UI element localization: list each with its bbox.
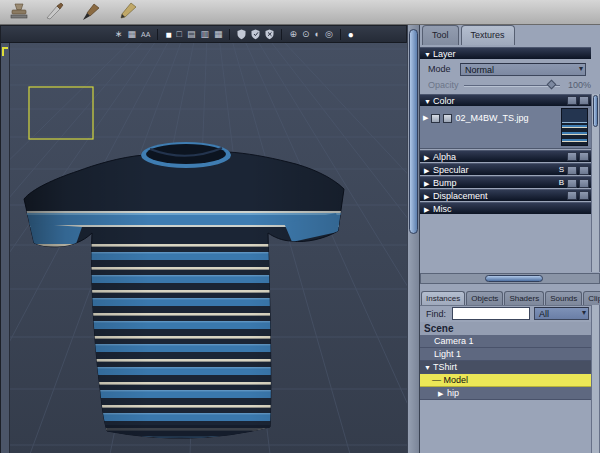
mode-label: Mode (428, 64, 451, 74)
chevron-down-icon: ▾ (579, 64, 583, 73)
viewport-vertical-scrollbar[interactable] (407, 25, 420, 453)
camera-item-label: Camera 1 (434, 336, 474, 346)
shield-check-icon[interactable] (251, 29, 260, 40)
viewport-3d[interactable]: ∗ ▦ AA ■ □ ▤ ▥ ▦ ⊕ ⊙ ◐ ◎ ● (0, 25, 407, 453)
display-grid-icon[interactable]: ▦ (214, 26, 223, 43)
channel-options-button[interactable] (579, 152, 589, 161)
brush-tool-button[interactable] (78, 2, 104, 22)
find-row: Find: All ▾ (420, 305, 591, 322)
model-item-label: Model (444, 375, 469, 385)
texture-row[interactable]: ▶ 02_M4BW_TS.jpg (423, 113, 528, 123)
tab-tool[interactable]: Tool (422, 25, 459, 45)
channel-load-button[interactable] (567, 166, 577, 175)
panel-horizontal-scrollbar[interactable] (420, 273, 600, 284)
viewport-left-strip (1, 43, 10, 453)
layer-section-header[interactable]: ▼Layer (420, 47, 591, 59)
blend-mode-dropdown[interactable]: Normal ▾ (460, 63, 586, 76)
right-panel-tabs: Tool Textures (422, 25, 515, 45)
collapse-triangle-icon[interactable]: ▼ (424, 49, 433, 61)
channels-scrollbar[interactable] (591, 94, 600, 272)
shield-icon[interactable] (237, 29, 246, 40)
scene-item-model[interactable]: — Model (420, 374, 591, 387)
opacity-slider-track[interactable] (464, 85, 560, 87)
light-icon[interactable]: ● (348, 26, 354, 43)
antialias-icon[interactable]: AA (141, 26, 150, 43)
scene-item-camera[interactable]: Camera 1 (420, 335, 591, 348)
scene-render[interactable] (10, 43, 408, 453)
orbit-half-icon[interactable]: ◐ (315, 26, 320, 43)
texture-filename: 02_M4BW_TS.jpg (455, 113, 528, 123)
channel-load-button[interactable] (567, 96, 577, 105)
orbit-plus-icon[interactable]: ⊕ (289, 26, 297, 43)
expand-triangle-icon[interactable]: ▶ (438, 387, 447, 400)
color-channel-header[interactable]: ▼Color (420, 94, 591, 106)
blend-mode-row: Mode Normal ▾ (420, 62, 600, 76)
orbit-dot-icon[interactable]: ⊙ (302, 26, 310, 43)
light-item-label: Light 1 (434, 349, 461, 359)
tab-objects[interactable]: Objects (466, 291, 503, 305)
alpha-channel-header[interactable]: ▶Alpha (420, 150, 591, 162)
displacement-channel-header[interactable]: ▶Displacement (420, 189, 591, 201)
pen-tool-button[interactable] (114, 2, 140, 22)
misc-channel-header[interactable]: ▶Misc (420, 202, 591, 214)
bump-channel-header[interactable]: ▶Bump B (420, 176, 591, 188)
scene-tree-scrollbar[interactable] (591, 305, 600, 453)
thumbnail-top (562, 109, 587, 123)
tab-shaders[interactable]: Shaders (504, 291, 544, 305)
display-wire-icon[interactable]: □ (176, 26, 181, 43)
specular-channel-title: Specular (433, 165, 469, 175)
texture-image-icon (443, 114, 452, 123)
pen-icon (116, 2, 138, 22)
tab-sounds[interactable]: Sounds (545, 291, 582, 305)
scrollbar-thumb[interactable] (485, 275, 543, 282)
asterisk-icon[interactable]: ∗ (115, 26, 123, 43)
collar-opening (146, 144, 226, 164)
right-panel: Tool Textures ▼Layer Mode Normal ▾ Opaci… (420, 25, 600, 453)
display-solid-icon[interactable]: ■ (165, 26, 171, 43)
collapse-triangle-icon[interactable]: ▼ (424, 361, 433, 374)
channel-options-button[interactable] (579, 191, 589, 200)
alpha-channel-title: Alpha (433, 152, 456, 162)
filter-dropdown[interactable]: All ▾ (534, 307, 589, 320)
channel-options-button[interactable] (579, 179, 589, 188)
channel-load-button[interactable] (567, 179, 577, 188)
opacity-row: Opacity 100% (420, 78, 600, 92)
expand-triangle-icon[interactable]: ▶ (423, 114, 428, 122)
tab-instances[interactable]: Instances (421, 291, 465, 305)
tab-textures[interactable]: Textures (461, 25, 515, 45)
channel-load-button[interactable] (567, 152, 577, 161)
collapse-triangle-icon[interactable]: ▶ (424, 204, 433, 216)
tab-clips[interactable]: Clips (583, 291, 600, 305)
top-toolbar (0, 0, 600, 25)
toolbar-separator (157, 29, 158, 40)
color-channel-title: Color (433, 96, 455, 106)
channel-options-button[interactable] (579, 96, 589, 105)
scene-item-hip[interactable]: ▶hip (420, 387, 591, 400)
toolbar-separator (229, 29, 230, 40)
tree-branch-icon: — (432, 375, 441, 385)
stamp-tool-button[interactable] (6, 2, 32, 22)
scene-item-tshirt[interactable]: ▼TShirt (420, 361, 591, 374)
channel-options-button[interactable] (579, 166, 589, 175)
display-vlines-icon[interactable]: ▥ (200, 26, 209, 43)
knife-tool-button[interactable] (42, 2, 68, 22)
grid-icon[interactable]: ▦ (128, 26, 137, 43)
orbit-ring-icon[interactable]: ◎ (325, 26, 333, 43)
scene-item-light[interactable]: Light 1 (420, 348, 591, 361)
scrollbar-thumb[interactable] (593, 95, 598, 127)
opacity-slider-thumb[interactable] (547, 80, 557, 90)
scrollbar-thumb[interactable] (409, 29, 418, 234)
chevron-down-icon: ▾ (582, 308, 586, 317)
shield-x-icon[interactable] (265, 29, 274, 40)
find-input[interactable] (452, 307, 530, 320)
specular-channel-header[interactable]: ▶Specular S (420, 163, 591, 175)
texture-thumbnail[interactable] (561, 108, 588, 146)
bump-badge: B (559, 178, 565, 188)
display-lines-icon[interactable]: ▤ (187, 26, 196, 43)
channel-load-button[interactable] (567, 191, 577, 200)
color-channel-body: ▶ 02_M4BW_TS.jpg (420, 106, 591, 149)
brush-icon (80, 2, 102, 22)
find-label: Find: (426, 309, 446, 319)
opacity-value: 100% (568, 80, 591, 90)
scene-tree-title: Scene (420, 322, 591, 335)
